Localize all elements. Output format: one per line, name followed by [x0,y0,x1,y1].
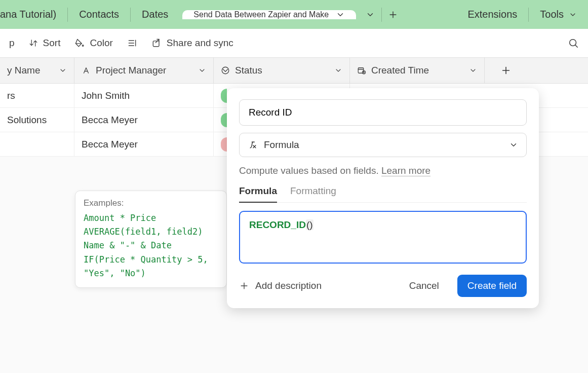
column-header-status[interactable]: Status [214,58,350,83]
add-tab-button[interactable] [382,0,404,29]
svg-point-2 [83,45,84,47]
share-icon [151,38,162,48]
chevron-down-icon[interactable] [469,66,477,74]
cell-pm[interactable]: John Smith [74,84,214,107]
cell-pm[interactable]: Becca Meyer [74,132,214,156]
column-header-label: Project Manager [96,65,166,76]
tab-active[interactable]: Send Data Between Zapier and Make [182,10,356,19]
cell-name[interactable]: rs [0,84,74,107]
column-header-label: Status [235,65,262,76]
cell-name[interactable]: Solutions [0,108,74,132]
examples-title: Examples: [84,198,218,208]
column-header-project-manager[interactable]: Project Manager [74,58,214,83]
tab-formatting[interactable]: Formatting [290,185,336,202]
toolbar-partial-cutoff[interactable]: p [9,38,15,49]
tabs-right-group: Extensions Tools [456,0,588,29]
status-pill [221,89,227,103]
svg-line-9 [575,45,577,47]
sort-label: Sort [43,38,61,49]
chevron-down-icon [509,140,518,150]
chevron-down-icon[interactable] [336,10,345,19]
cell-pm[interactable]: Becca Meyer [74,108,214,132]
field-name-input[interactable] [239,99,527,126]
formula-editor[interactable]: RECORD_ID() [239,211,527,264]
create-field-button[interactable]: Create field [457,275,527,297]
column-header-label: y Name [7,65,40,76]
helper-text-body: Compute values based on fields. [239,165,379,176]
formula-fn-name: RECORD_ID [249,219,306,230]
helper-text: Compute values based on fields. Learn mo… [239,165,527,176]
view-toolbar: p Sort Color Share and sync [0,29,588,57]
svg-point-11 [222,67,229,74]
learn-more-link[interactable]: Learn more [381,165,430,176]
cell-name[interactable] [0,132,74,156]
formula-parens: () [306,219,313,230]
create-field-popover: Formula Compute values based on fields. … [227,88,539,308]
cancel-button[interactable]: Cancel [399,275,449,297]
color-button[interactable]: Color [74,38,112,49]
tab-active-label: Send Data Between Zapier and Make [193,10,329,19]
color-label: Color [90,38,112,49]
tab-dates[interactable]: Dates [131,0,179,29]
field-type-label: Formula [264,139,299,151]
add-description-button[interactable]: Add description [239,280,322,291]
field-config-tabs: Formula Formatting [239,185,527,203]
tab-partial-cutoff[interactable]: ana Tutorial) [0,0,67,29]
tools-menu[interactable]: Tools [529,0,588,29]
status-pill [221,137,227,152]
row-height-button[interactable] [127,38,137,48]
view-tabs-bar: ana Tutorial) Contacts Dates Send Data B… [0,0,588,29]
chevron-down-icon[interactable] [59,66,67,74]
column-header-name[interactable]: y Name [0,58,74,83]
svg-rect-12 [358,68,364,73]
column-header-created-time[interactable]: Created Time [350,58,485,83]
examples-code: Amount * Price AVERAGE(field1, field2) N… [84,211,218,280]
share-sync-button[interactable]: Share and sync [151,38,233,49]
column-headers: y Name Project Manager Status Created Ti… [0,57,588,84]
sort-button[interactable]: Sort [29,38,61,49]
plus-icon [239,281,249,291]
formula-examples-tooltip: Examples: Amount * Price AVERAGE(field1,… [75,191,227,288]
single-select-icon [221,66,230,75]
formula-icon [248,140,258,150]
chevron-down-icon[interactable] [334,66,342,74]
tab-contacts[interactable]: Contacts [68,0,130,29]
popover-footer: Add description Cancel Create field [239,275,527,297]
row-height-icon [127,38,137,48]
chevron-down-icon[interactable] [198,66,206,74]
text-field-icon [82,66,91,75]
add-description-label: Add description [255,280,322,291]
tools-label: Tools [540,9,564,20]
status-pill [221,113,227,127]
search-icon [568,38,579,49]
column-blank [527,58,588,83]
add-column-button[interactable] [485,58,527,83]
sort-icon [29,39,38,48]
column-header-label: Created Time [371,65,429,76]
tab-formula[interactable]: Formula [239,185,277,203]
chevron-down-icon [569,11,577,19]
search-button[interactable] [568,38,579,49]
paint-bucket-icon [74,38,85,48]
tab-history-dropdown[interactable] [359,0,381,29]
calendar-clock-icon [357,66,366,75]
extensions-menu[interactable]: Extensions [456,0,528,29]
share-label: Share and sync [167,38,233,49]
field-type-select[interactable]: Formula [239,133,527,157]
